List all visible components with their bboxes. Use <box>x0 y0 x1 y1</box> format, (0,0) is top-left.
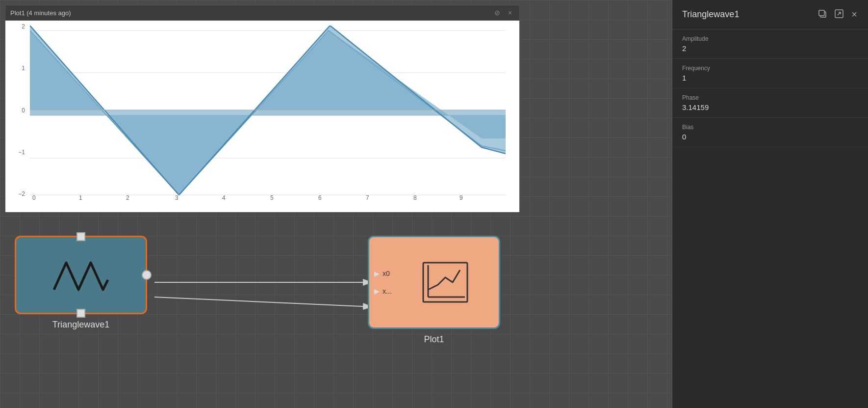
sidebar-copy-button[interactable] <box>817 8 828 21</box>
bias-label: Bias <box>682 124 858 131</box>
node-canvas: Trianglewave1 ▶ x0 ▶ x... <box>0 226 672 408</box>
x-label-1: 1 <box>79 194 82 200</box>
plot-chart-icon <box>421 260 470 304</box>
svg-rect-11 <box>819 10 824 16</box>
sidebar-body: Amplitude 2 Frequency 1 Phase 3.14159 Bi… <box>672 29 868 147</box>
plot-content: 2 1 0 −1 −2 <box>5 21 519 212</box>
sidebar-header-icons: × <box>817 8 858 21</box>
property-bias: Bias 0 <box>672 118 868 147</box>
frequency-label: Frequency <box>682 65 858 72</box>
plot-window: Plot1 (4 minutes ago) ⊘ × 2 1 0 −1 −2 <box>5 5 520 213</box>
phase-value: 3.14159 <box>682 103 858 111</box>
x-label-9: 9 <box>460 194 463 200</box>
connection-line-bottom <box>154 297 373 307</box>
x-label-3: 3 <box>175 194 179 200</box>
property-phase: Phase 3.14159 <box>672 88 868 118</box>
sidebar: Trianglewave1 × Amplitude <box>672 0 868 408</box>
export-icon <box>835 9 843 18</box>
x-label-7: 7 <box>366 194 369 200</box>
node-port-bottom[interactable] <box>77 309 85 318</box>
port-x0-arrow: ▶ <box>374 270 380 277</box>
plot-title: Plot1 (4 minutes ago) <box>10 9 71 17</box>
y-label-2: 2 <box>22 23 25 30</box>
x-label-0: 0 <box>32 194 36 200</box>
x-label-5: 5 <box>270 194 274 200</box>
sidebar-close-button[interactable]: × <box>850 8 858 21</box>
node-port-right[interactable] <box>142 270 152 280</box>
frequency-value: 1 <box>682 74 858 82</box>
plot-close-button[interactable]: × <box>506 8 514 17</box>
node-port-top[interactable] <box>77 232 85 241</box>
amplitude-label: Amplitude <box>682 35 858 42</box>
close-icon: × <box>851 9 857 20</box>
amplitude-value: 2 <box>682 44 858 53</box>
x-label-8: 8 <box>413 194 417 200</box>
x-label-4: 4 <box>222 194 226 200</box>
sidebar-header: Trianglewave1 × <box>672 0 868 29</box>
x-label-2: 2 <box>126 194 129 200</box>
y-label-minus2: −2 <box>18 190 25 197</box>
sidebar-title: Trianglewave1 <box>682 9 739 20</box>
port-x0-label: x0 <box>383 270 390 277</box>
port-xdot-label: x... <box>383 287 392 295</box>
y-label-0: 0 <box>22 107 25 114</box>
plot-node[interactable]: ▶ x0 ▶ x... Plot1 <box>368 236 500 329</box>
property-frequency: Frequency 1 <box>672 59 868 88</box>
plot-node-ports: ▶ x0 ▶ x... <box>374 270 392 295</box>
sidebar-export-button[interactable] <box>834 8 844 21</box>
plot-disable-button[interactable]: ⊘ <box>493 8 502 17</box>
plot-titlebar: Plot1 (4 minutes ago) ⊘ × <box>5 5 519 21</box>
plot-port-xdot: ▶ x... <box>374 287 392 295</box>
port-xdot-arrow: ▶ <box>374 287 380 295</box>
canvas-area: Plot1 (4 minutes ago) ⊘ × 2 1 0 −1 −2 <box>0 0 672 408</box>
svg-rect-7 <box>423 263 467 302</box>
property-amplitude: Amplitude 2 <box>672 29 868 59</box>
y-label-minus1: −1 <box>18 149 25 156</box>
phase-label: Phase <box>682 94 858 101</box>
chart-overlay <box>30 26 506 195</box>
plot-port-x0: ▶ x0 <box>374 270 390 277</box>
trianglewave-node-label: Trianglewave1 <box>52 320 109 330</box>
y-label-1: 1 <box>22 65 25 72</box>
plot-node-icon <box>397 260 494 304</box>
x-label-6: 6 <box>318 194 322 200</box>
plot-titlebar-controls: ⊘ × <box>493 8 514 17</box>
trianglewave-node[interactable]: Trianglewave1 <box>15 236 147 314</box>
bias-value: 0 <box>682 133 858 141</box>
copy-icon <box>818 9 827 18</box>
trianglewave-icon <box>51 255 110 295</box>
plot-node-label: Plot1 <box>424 334 444 345</box>
